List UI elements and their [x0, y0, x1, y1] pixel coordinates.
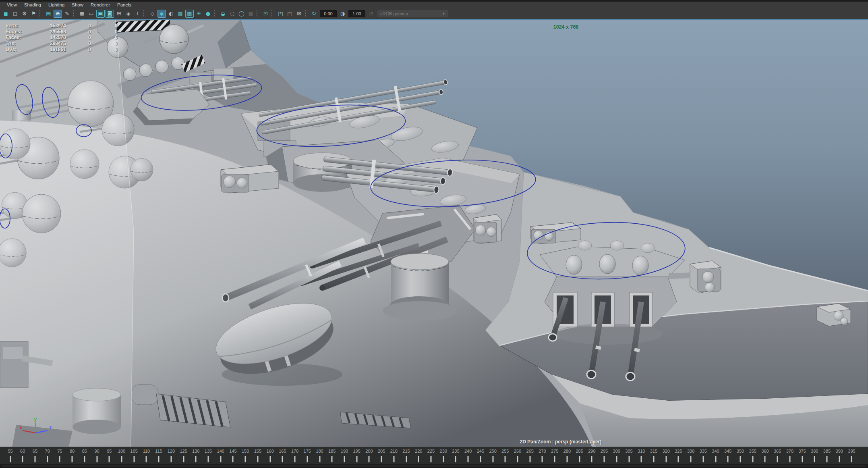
timeline-frame-label: 330: [687, 449, 694, 453]
toolbar-icon-lights[interactable]: ☀: [195, 10, 203, 18]
timeline-frame-label: 260: [514, 449, 521, 453]
toolbar-icon-motion-blur[interactable]: ◌: [228, 10, 236, 18]
timeline-frame-label: 275: [551, 449, 558, 453]
timeline-frame-label: 285: [576, 449, 583, 453]
timeline-tick: [72, 456, 73, 462]
panel-menu-bar: ViewShadingLightingShowRendererPanels: [0, 2, 868, 8]
timeline-tick: [789, 456, 790, 462]
toolbar-icon-film-gate[interactable]: ▭: [87, 10, 95, 18]
toolbar-icon-wireframe-on-shaded[interactable]: ▨: [185, 10, 194, 18]
toolbar-icon-resolution-gate[interactable]: ▣: [96, 10, 105, 18]
poly-count-hud: Verts:15397400Edges:29556800Faces:142570…: [6, 23, 118, 52]
timeline-tick: [566, 456, 568, 462]
range-slider-strip[interactable]: [0, 464, 868, 468]
timeline-tick: [307, 456, 308, 462]
menu-panels[interactable]: Panels: [114, 2, 135, 7]
timeline-frame-label: 250: [489, 449, 496, 453]
toolbar-icon-occlusion[interactable]: ◒: [219, 10, 227, 18]
toolbar-icon-shadows[interactable]: ●: [204, 10, 212, 18]
timeline-tick: [468, 456, 469, 462]
toolbar-icon-camera-attributes[interactable]: ⚙: [20, 10, 29, 18]
timeline-frame-label: 165: [279, 449, 286, 453]
timeline-tick: [740, 456, 741, 462]
toolbar-icon-grease-pencil[interactable]: ✎: [63, 10, 71, 18]
timeline-tick: [319, 456, 320, 462]
toolbar-icon-image-plane[interactable]: ▤: [44, 10, 53, 18]
timeline-frame-label: 325: [675, 449, 682, 453]
timeline-frame-label: 315: [650, 449, 657, 453]
toolbar-separator: [257, 10, 260, 17]
timeline-frame-label: 180: [316, 449, 323, 453]
toolbar-icon-gate-mask[interactable]: ◙: [106, 10, 114, 18]
timeline-tick: [109, 456, 110, 462]
axis-z-label: z: [49, 424, 52, 431]
timeline-frame-label: 255: [501, 449, 509, 453]
timeline-tick: [827, 456, 828, 462]
launcher-box: [473, 214, 501, 244]
toolbar-icon-xray-joints[interactable]: ⊠: [295, 10, 303, 18]
timeline-tick: [678, 456, 679, 462]
toolbar-separator: [271, 10, 275, 17]
toolbar-icon-pan-zoom-tool[interactable]: ⊕: [54, 10, 62, 18]
timeline-frame-label: 125: [180, 449, 187, 453]
menu-show[interactable]: Show: [68, 2, 87, 7]
timeline-frame-label: 75: [57, 449, 62, 453]
timeline-tick: [369, 456, 370, 462]
timeline-frame-label: 210: [390, 449, 398, 453]
timeline-tick: [727, 456, 729, 462]
menu-lighting[interactable]: Lighting: [45, 2, 68, 7]
timeline-tick: [220, 456, 221, 462]
menu-view[interactable]: View: [3, 2, 21, 7]
toolbar-icon-exposure[interactable]: ↻: [310, 10, 318, 18]
toolbar-icon-xray-active[interactable]: ◳: [286, 10, 294, 18]
timeline-tick: [443, 456, 444, 462]
contrast-icon[interactable]: ◑: [338, 10, 347, 18]
toolbar-icon-smooth-shade[interactable]: ◆: [157, 10, 166, 18]
toolbar-icon-wireframe[interactable]: ◇: [148, 10, 157, 18]
axis-x-label: x: [19, 424, 23, 431]
timeline-frame-label: 115: [155, 449, 162, 453]
timeline-frame-label: 235: [452, 449, 459, 453]
viewport-3d-scene[interactable]: [0, 20, 868, 447]
timeline-tick: [10, 456, 11, 462]
timeline-tick: [393, 456, 394, 462]
timeline-tick: [653, 456, 654, 462]
menu-shading[interactable]: Shading: [21, 2, 45, 7]
menu-renderer[interactable]: Renderer: [87, 2, 114, 7]
hud-row-tris: Tris:28947500: [6, 41, 118, 47]
toolbar-icon-select-camera[interactable]: ◼: [2, 10, 10, 18]
toolbar-icon-textured[interactable]: ▩: [176, 10, 184, 18]
timeline-tick: [492, 456, 493, 462]
gamma-field[interactable]: 1.00: [348, 10, 365, 17]
panel-toolbar: ◼◻⚙⚑▤⊕✎▦▭▣◙⊞◈T◇◆◐▩▨☀●◒◌◯■⊡◰◳⊠↻ 0.00 ◑ 1.…: [0, 8, 868, 19]
timeline-tick: [59, 456, 60, 462]
timeline-frame-label: 90: [94, 449, 99, 453]
toolbar-separator: [73, 10, 76, 17]
perspective-viewport[interactable]: Verts:15397400Edges:29556800Faces:142570…: [0, 19, 868, 447]
timeline-frame-label: 80: [70, 449, 75, 453]
toolbar-icon-multisample[interactable]: ◯: [237, 10, 246, 18]
toolbar-icon-field-chart[interactable]: ⊞: [115, 10, 123, 18]
timeline-frame-label: 65: [33, 449, 37, 453]
timeline-frame-label: 345: [724, 449, 731, 453]
toolbar-separator: [143, 10, 147, 17]
toolbar-icon-bookmark[interactable]: ⚑: [29, 10, 38, 18]
toolbar-icon-flat-shade[interactable]: ◐: [167, 10, 175, 18]
exposure-field[interactable]: 0.00: [320, 10, 337, 17]
toolbar-icon-grid[interactable]: ▦: [78, 10, 86, 18]
timeline-frame-label: 335: [700, 449, 707, 453]
toolbar-icon-xray[interactable]: ◰: [276, 10, 285, 18]
time-slider[interactable]: 5560657075808590951001051101151201251301…: [0, 447, 868, 465]
timeline-tick: [641, 456, 642, 462]
timeline-tick: [604, 456, 605, 462]
timeline-frame-label: 370: [786, 449, 793, 453]
timeline-frame-label: 365: [774, 449, 781, 453]
timeline-frame-label: 175: [304, 449, 311, 453]
toolbar-icon-isolate-select[interactable]: ⊡: [261, 10, 270, 18]
toolbar-icon-safe-title[interactable]: T: [133, 10, 142, 18]
toolbar-icon-lock-camera[interactable]: ◻: [11, 10, 19, 18]
timeline-tick: [183, 456, 184, 462]
toolbar-icon-safe-action[interactable]: ◈: [124, 10, 133, 18]
timeline-frame-label: 145: [229, 449, 236, 453]
timeline-frame-label: 360: [761, 449, 769, 453]
